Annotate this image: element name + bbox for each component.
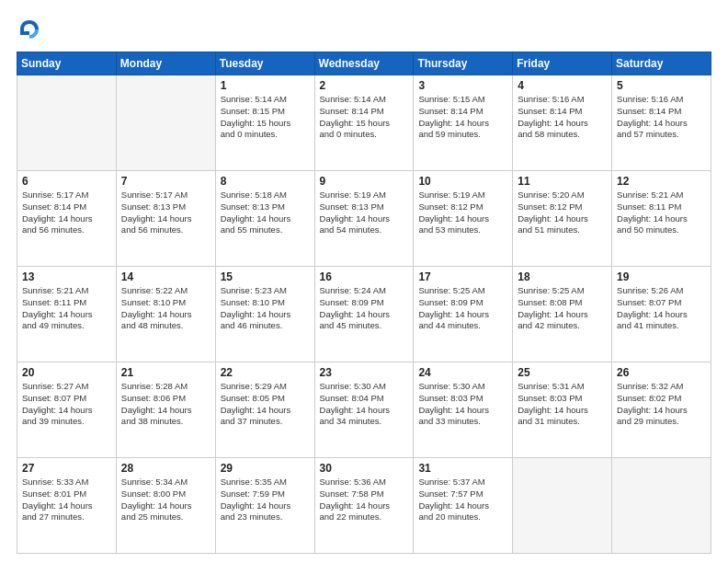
calendar-cell	[513, 458, 612, 554]
cell-info-line: Daylight: 14 hours	[22, 500, 111, 512]
cell-info-line: and 38 minutes.	[121, 416, 210, 428]
cell-info-line: Sunset: 8:03 PM	[418, 393, 507, 405]
cell-info-line: Daylight: 14 hours	[518, 405, 607, 417]
cell-info-line: Sunrise: 5:23 AM	[221, 285, 310, 297]
calendar-cell: 16Sunrise: 5:24 AMSunset: 8:09 PMDayligh…	[314, 267, 414, 362]
cell-info-line: Sunset: 8:11 PM	[617, 201, 706, 213]
cell-info-line: Daylight: 14 hours	[418, 500, 507, 512]
cell-info-line: Sunrise: 5:21 AM	[617, 190, 706, 201]
cell-info-line: Sunset: 8:05 PM	[221, 393, 310, 405]
cell-info-line: Sunrise: 5:24 AM	[320, 285, 409, 297]
calendar-cell: 2Sunrise: 5:14 AMSunset: 8:14 PMDaylight…	[314, 75, 414, 171]
cell-info-line: Daylight: 14 hours	[518, 309, 607, 321]
cell-info-line: and 29 minutes.	[617, 416, 706, 428]
cell-info-line: Sunset: 8:14 PM	[617, 106, 706, 118]
weekday-header: Saturday	[612, 52, 711, 75]
cell-info-line: Sunset: 8:14 PM	[518, 106, 607, 118]
cell-info-line: Sunset: 8:14 PM	[320, 106, 409, 118]
cell-info-line: Daylight: 14 hours	[221, 213, 310, 225]
calendar-cell: 26Sunrise: 5:32 AMSunset: 8:02 PMDayligh…	[612, 362, 711, 458]
day-number: 8	[221, 175, 310, 188]
calendar-cell: 7Sunrise: 5:17 AMSunset: 8:13 PMDaylight…	[116, 171, 215, 267]
cell-info-line: Sunrise: 5:29 AM	[221, 381, 310, 393]
cell-info-line: Daylight: 14 hours	[617, 213, 706, 225]
cell-info-line: Daylight: 14 hours	[121, 213, 210, 225]
calendar-cell: 8Sunrise: 5:18 AMSunset: 8:13 PMDaylight…	[215, 171, 314, 267]
cell-info-line: Sunset: 8:03 PM	[518, 393, 607, 405]
cell-info-line: Sunrise: 5:17 AM	[121, 190, 210, 201]
cell-info-line: Daylight: 14 hours	[221, 405, 310, 417]
cell-info-line: and 50 minutes.	[617, 224, 706, 236]
day-number: 13	[22, 270, 111, 283]
calendar-table: SundayMondayTuesdayWednesdayThursdayFrid…	[17, 52, 711, 554]
cell-info-line: Sunrise: 5:35 AM	[221, 477, 310, 488]
cell-info-line: Daylight: 14 hours	[418, 213, 507, 225]
cell-info-line: and 22 minutes.	[320, 511, 409, 523]
cell-info-line: Daylight: 14 hours	[121, 405, 210, 417]
calendar-cell: 18Sunrise: 5:25 AMSunset: 8:08 PMDayligh…	[513, 267, 612, 362]
calendar-cell: 31Sunrise: 5:37 AMSunset: 7:57 PMDayligh…	[414, 458, 513, 554]
weekday-header: Thursday	[414, 52, 513, 75]
cell-info-line: and 41 minutes.	[617, 320, 706, 332]
day-number: 31	[418, 462, 507, 475]
day-number: 10	[418, 175, 507, 188]
cell-info-line: and 23 minutes.	[221, 511, 310, 523]
day-number: 11	[518, 175, 607, 188]
cell-info-line: and 58 minutes.	[518, 129, 607, 141]
cell-info-line: Sunrise: 5:14 AM	[320, 94, 409, 106]
cell-info-line: Sunrise: 5:26 AM	[617, 285, 706, 297]
cell-info-line: Daylight: 14 hours	[418, 118, 507, 130]
cell-info-line: and 20 minutes.	[418, 511, 507, 523]
cell-info-line: Sunset: 8:01 PM	[22, 488, 111, 500]
cell-info-line: Sunset: 8:13 PM	[221, 201, 310, 213]
cell-info-line: and 51 minutes.	[518, 224, 607, 236]
calendar-cell: 30Sunrise: 5:36 AMSunset: 7:58 PMDayligh…	[314, 458, 414, 554]
cell-info-line: Sunset: 8:15 PM	[221, 106, 310, 118]
cell-info-line: Sunrise: 5:30 AM	[418, 381, 507, 393]
logo-icon	[17, 17, 42, 42]
calendar-cell: 24Sunrise: 5:30 AMSunset: 8:03 PMDayligh…	[414, 362, 513, 458]
cell-info-line: Sunset: 8:12 PM	[418, 201, 507, 213]
cell-info-line: Sunrise: 5:16 AM	[617, 94, 706, 106]
day-number: 24	[418, 366, 507, 379]
cell-info-line: Sunset: 8:12 PM	[518, 201, 607, 213]
day-number: 19	[617, 270, 706, 283]
day-number: 1	[221, 79, 310, 92]
cell-info-line: Daylight: 14 hours	[221, 309, 310, 321]
cell-info-line: and 55 minutes.	[221, 224, 310, 236]
cell-info-line: Daylight: 14 hours	[418, 405, 507, 417]
cell-info-line: Sunrise: 5:20 AM	[518, 190, 607, 201]
calendar-cell: 23Sunrise: 5:30 AMSunset: 8:04 PMDayligh…	[314, 362, 414, 458]
cell-info-line: Daylight: 14 hours	[121, 500, 210, 512]
day-number: 29	[221, 462, 310, 475]
calendar-row: 6Sunrise: 5:17 AMSunset: 8:14 PMDaylight…	[17, 171, 711, 267]
day-number: 3	[418, 79, 507, 92]
cell-info-line: and 34 minutes.	[320, 416, 409, 428]
cell-info-line: and 44 minutes.	[418, 320, 507, 332]
calendar-cell: 25Sunrise: 5:31 AMSunset: 8:03 PMDayligh…	[513, 362, 612, 458]
cell-info-line: and 37 minutes.	[221, 416, 310, 428]
calendar-cell: 10Sunrise: 5:19 AMSunset: 8:12 PMDayligh…	[414, 171, 513, 267]
cell-info-line: Daylight: 15 hours	[221, 118, 310, 130]
cell-info-line: and 49 minutes.	[22, 320, 111, 332]
day-number: 25	[518, 366, 607, 379]
cell-info-line: Sunset: 8:07 PM	[617, 297, 706, 309]
calendar-cell	[116, 75, 215, 171]
day-number: 22	[221, 366, 310, 379]
cell-info-line: Sunset: 8:00 PM	[121, 488, 210, 500]
page: SundayMondayTuesdayWednesdayThursdayFrid…	[0, 0, 728, 563]
cell-info-line: and 59 minutes.	[418, 129, 507, 141]
cell-info-line: Daylight: 14 hours	[221, 500, 310, 512]
day-number: 20	[22, 366, 111, 379]
cell-info-line: Sunset: 8:11 PM	[22, 297, 111, 309]
cell-info-line: Sunrise: 5:21 AM	[22, 285, 111, 297]
cell-info-line: Sunrise: 5:36 AM	[320, 477, 409, 488]
calendar-cell: 1Sunrise: 5:14 AMSunset: 8:15 PMDaylight…	[215, 75, 314, 171]
calendar-cell: 19Sunrise: 5:26 AMSunset: 8:07 PMDayligh…	[612, 267, 711, 362]
cell-info-line: Daylight: 14 hours	[418, 309, 507, 321]
day-number: 14	[121, 270, 210, 283]
calendar-cell	[17, 75, 117, 171]
cell-info-line: and 33 minutes.	[418, 416, 507, 428]
cell-info-line: and 27 minutes.	[22, 511, 111, 523]
day-number: 15	[221, 270, 310, 283]
